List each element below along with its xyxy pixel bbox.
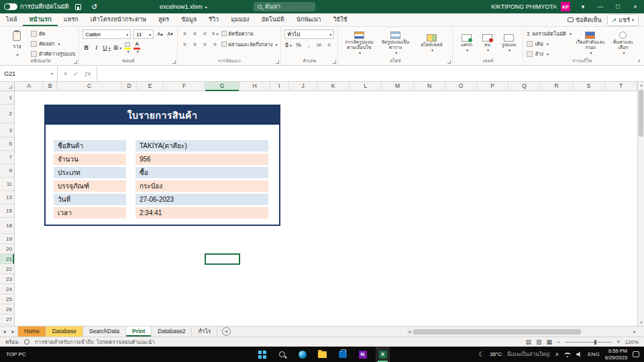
cut-button[interactable]: ตัด [31,29,75,38]
zoom-out-icon[interactable]: − [557,339,560,345]
align-middle-icon[interactable]: ≡ [191,31,199,37]
column-header[interactable]: M [382,82,414,91]
zoom-slider[interactable] [565,342,612,343]
bold-button[interactable]: B [83,44,90,51]
zoom-in-icon[interactable]: + [616,339,620,345]
sheet-tab[interactable]: Print [126,326,152,337]
column-header[interactable]: C [57,82,122,91]
vertical-scrollbar[interactable]: ▴ ▾ [637,82,644,326]
format-as-table-button[interactable]: จัดรูปแบบเป็นตาราง [378,32,413,56]
hscroll-right-icon[interactable]: ▸ [633,329,636,335]
ribbon-tab[interactable]: มุมมอง [225,13,256,26]
delete-cells-button[interactable]: ลบ [478,34,496,53]
weather-desc[interactable]: มีเมฆเป็นส่วนใหญ่ [507,350,549,359]
row-header[interactable]: 15 [0,204,14,218]
row-header[interactable]: 13 [0,191,14,204]
borders-button[interactable]: ⊞ [113,44,122,51]
column-header[interactable]: S [573,82,605,91]
ribbon-tab[interactable]: วิธีใช้ [327,13,354,26]
column-header[interactable]: T [605,82,637,91]
decrease-decimal-button[interactable]: .0 [325,43,332,47]
excel-taskbar-icon[interactable]: X [376,347,390,362]
sheet-tab[interactable]: กำไร [192,326,217,337]
ribbon-tab[interactable]: แทรก [58,13,85,26]
tray-chevron-icon[interactable]: ∧ [555,351,559,357]
shrink-font-button[interactable]: A▾ [166,32,174,37]
styles-dialog-launcher[interactable] [447,60,451,64]
column-header[interactable]: F [164,82,205,91]
column-header[interactable]: A [15,82,44,91]
enter-icon[interactable]: ✓ [73,70,78,77]
file-name[interactable]: excelnow1.xlsm ▾ [160,0,207,13]
column-header[interactable]: K [317,82,350,91]
ribbon-tab[interactable]: รีวิว [203,13,225,26]
start-taskbar-icon[interactable] [255,347,269,362]
row-header[interactable]: 9 [0,164,14,178]
weather-temp[interactable]: 35°C [490,351,502,357]
font-size-select[interactable]: 11 [133,29,154,39]
row-header[interactable]: 1 [0,91,14,105]
page-break-view-icon[interactable]: ▦ [546,339,552,345]
find-select-button[interactable]: ค้นหาและเลือก [609,32,637,56]
minimize-button[interactable]: — [592,0,609,13]
row-header[interactable]: 5 [0,137,14,151]
merge-center-button[interactable]: ผสานและจัดกึ่งกลาง [221,40,277,48]
sheet-canvas[interactable]: ใบรายการสินค้า ชื่อสินค้าTAKIYA(ตาคียะ)จ… [15,91,637,326]
row-header[interactable]: 7 [0,151,14,164]
cancel-icon[interactable]: × [64,70,67,77]
align-right-icon[interactable]: ≡ [201,42,209,48]
row-header[interactable]: 19 [0,234,14,244]
insert-cells-button[interactable]: แทรก [456,34,476,53]
percent-button[interactable]: % [294,42,302,48]
row-header[interactable]: 23 [0,274,14,284]
autosave-pill[interactable] [4,3,17,10]
sheet-nav-left-icon[interactable]: ◂ [0,328,9,335]
hscroll-left-icon[interactable]: ◂ [409,329,411,335]
explorer-taskbar-icon[interactable] [315,347,329,362]
row-header[interactable]: 22 [0,264,14,274]
zoom-thumb[interactable] [594,340,596,345]
zoom-level[interactable]: 120% [625,339,639,345]
column-header[interactable]: J [289,82,317,91]
conditional-formatting-button[interactable]: การจัดรูปแบบตามเงื่อนไข [341,32,376,56]
wrap-text-button[interactable]: ตัดข้อความ [221,29,254,38]
font-name-select[interactable]: Calibri [83,29,131,39]
ribbon-tab[interactable]: ไฟล์ [0,13,23,26]
autosum-button[interactable]: Σผลรวมอัตโนมัติ [527,29,572,38]
save-icon[interactable] [72,1,85,12]
onenote-taskbar-icon[interactable]: N [356,347,370,362]
column-header[interactable]: B [44,82,57,91]
sort-filter-button[interactable]: เรียงลำดับและกรอง [575,32,606,56]
page-layout-view-icon[interactable]: ▥ [536,339,542,345]
column-header[interactable]: G [205,82,239,91]
column-header[interactable]: E [137,82,164,91]
avatar[interactable]: KP [561,2,570,11]
align-top-icon[interactable]: ≡ [181,31,189,37]
ribbon-tab[interactable]: นักพัฒนา [290,13,327,26]
ribbon-tab[interactable]: ข้อมูล [175,13,203,26]
column-header[interactable]: D [122,82,137,91]
store-taskbar-icon[interactable] [335,347,350,362]
sheet-tab[interactable]: Home [18,326,46,337]
edge-taskbar-icon[interactable] [295,347,309,362]
column-header[interactable]: N [414,82,445,91]
volume-icon[interactable] [576,352,582,357]
font-color-button[interactable]: A [133,42,140,54]
share-button[interactable]: ↗ แชร์ ▾ [607,14,639,26]
undo-icon[interactable]: ↺ [88,1,101,12]
align-center-icon[interactable]: ≡ [191,42,199,48]
selected-cell[interactable] [205,253,240,265]
ribbon-tab[interactable]: เค้าโครงหน้ากระดาษ [85,13,152,26]
column-header[interactable]: P [477,82,508,91]
row-header[interactable]: 27 [0,314,14,324]
column-header[interactable]: I [270,82,289,91]
user-name[interactable]: KIKTIPONG PHIMYOTA [491,3,557,10]
row-header[interactable]: 25 [0,294,14,304]
sheet-tab[interactable]: SearchData [83,326,126,337]
fx-icon[interactable]: ƒx [85,70,91,77]
fill-button[interactable]: เติม [527,40,572,48]
currency-button[interactable]: $ [284,42,292,48]
column-header[interactable]: Q [508,82,541,91]
number-format-select[interactable]: ทั่วไป [284,29,334,39]
column-header[interactable]: O [445,82,477,91]
